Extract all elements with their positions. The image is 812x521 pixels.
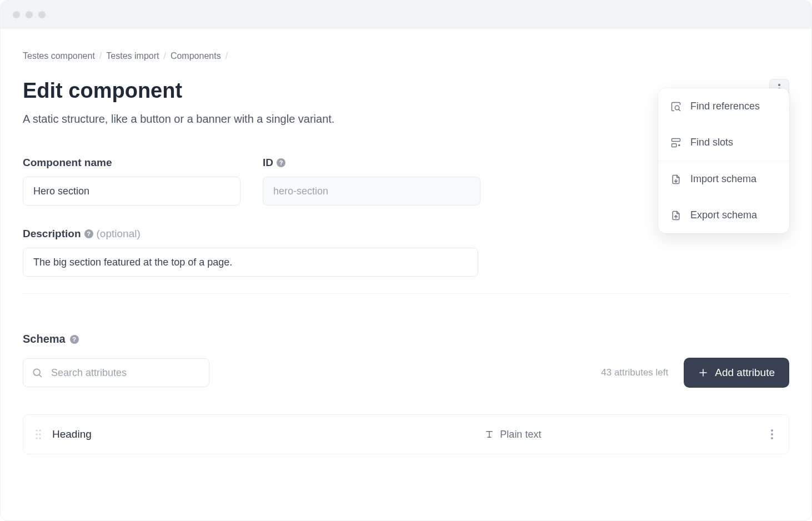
- page-subtitle: A static structure, like a button or a b…: [23, 113, 334, 126]
- schema-actions: 43 attributes left Add attribute: [601, 358, 789, 388]
- schema-label-text: Schema: [23, 333, 66, 345]
- attribute-type-cell: Plain text: [103, 429, 756, 440]
- component-name-input[interactable]: [23, 177, 240, 206]
- section-divider: [23, 293, 789, 294]
- menu-item-label: Find slots: [690, 137, 733, 148]
- svg-point-7: [36, 429, 37, 431]
- svg-point-15: [771, 437, 773, 439]
- svg-point-8: [39, 429, 41, 431]
- svg-point-11: [36, 437, 37, 439]
- traffic-light-zoom[interactable]: [38, 11, 46, 18]
- menu-item-label: Export schema: [690, 209, 757, 221]
- optional-hint: (optional): [97, 228, 141, 240]
- menu-find-references[interactable]: Find references: [658, 88, 789, 124]
- svg-rect-18: [672, 138, 680, 141]
- svg-point-9: [36, 433, 37, 435]
- traffic-light-close[interactable]: [13, 11, 20, 18]
- description-input[interactable]: [23, 248, 478, 277]
- breadcrumb-separator: /: [99, 51, 102, 61]
- svg-point-20: [679, 144, 680, 146]
- search-icon: [32, 367, 43, 378]
- description-label-text: Description: [23, 228, 81, 240]
- attribute-type-label: Plain text: [500, 429, 541, 440]
- export-icon: [670, 210, 681, 221]
- svg-point-10: [39, 433, 41, 435]
- breadcrumb: Testes component / Testes import / Compo…: [23, 51, 789, 61]
- svg-point-14: [771, 433, 773, 435]
- breadcrumb-item[interactable]: Components: [171, 51, 221, 61]
- more-vertical-icon: [771, 429, 773, 439]
- search-attributes-wrap: [23, 358, 209, 387]
- help-icon[interactable]: ?: [70, 335, 79, 344]
- form-group-id: ID ?: [263, 157, 480, 206]
- svg-point-12: [39, 437, 41, 439]
- breadcrumb-item[interactable]: Testes import: [106, 51, 159, 61]
- svg-line-17: [679, 109, 680, 111]
- add-attribute-button[interactable]: Add attribute: [684, 358, 789, 388]
- traffic-light-minimize[interactable]: [26, 11, 33, 18]
- attribute-row-more[interactable]: [768, 426, 776, 443]
- menu-item-label: Import schema: [690, 173, 756, 185]
- id-label-text: ID: [263, 157, 273, 169]
- id-label: ID ?: [263, 157, 480, 169]
- component-name-label: Component name: [23, 157, 240, 169]
- schema-section-label: Schema ?: [23, 333, 789, 345]
- breadcrumb-separator: /: [163, 51, 166, 61]
- svg-point-13: [771, 429, 773, 432]
- breadcrumb-item[interactable]: Testes component: [23, 51, 95, 61]
- breadcrumb-separator: /: [225, 51, 228, 61]
- component-id-input: [263, 177, 480, 206]
- find-references-icon: [670, 101, 681, 112]
- attribute-row[interactable]: Heading Plain text: [23, 414, 789, 454]
- plus-icon: [698, 368, 708, 378]
- app-window: Testes component / Testes import / Compo…: [0, 0, 812, 521]
- help-icon[interactable]: ?: [84, 229, 93, 238]
- form-group-description: Description ? (optional): [23, 228, 789, 277]
- svg-rect-19: [672, 143, 676, 147]
- window-titlebar: [1, 1, 811, 29]
- page-title: Edit component: [23, 79, 334, 103]
- import-icon: [670, 174, 681, 185]
- find-slots-icon: [670, 137, 681, 148]
- search-attributes-input[interactable]: [23, 358, 209, 387]
- add-attribute-label: Add attribute: [715, 367, 775, 379]
- svg-line-4: [39, 375, 42, 377]
- page-more-menu: Find references Find slots Import schema…: [658, 88, 789, 233]
- text-type-icon: [484, 429, 494, 439]
- drag-handle-icon[interactable]: [36, 429, 41, 439]
- attribute-name: Heading: [52, 428, 92, 440]
- svg-point-0: [778, 84, 780, 86]
- menu-item-label: Find references: [690, 101, 760, 112]
- attributes-remaining: 43 attributes left: [601, 367, 668, 378]
- menu-import-schema[interactable]: Import schema: [658, 161, 789, 197]
- menu-export-schema[interactable]: Export schema: [658, 197, 789, 233]
- help-icon[interactable]: ?: [277, 158, 285, 167]
- schema-toolbar: 43 attributes left Add attribute: [23, 358, 789, 388]
- menu-find-slots[interactable]: Find slots: [658, 124, 789, 161]
- form-group-name: Component name: [23, 157, 240, 206]
